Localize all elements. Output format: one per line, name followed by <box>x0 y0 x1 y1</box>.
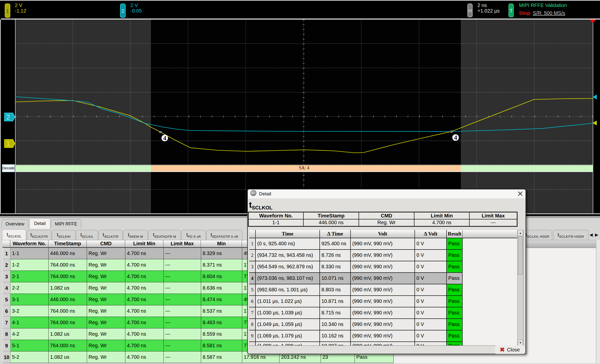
svg-text:SA: 4: SA: 4 <box>299 165 309 170</box>
svg-text:4: 4 <box>163 135 166 142</box>
svg-text:2: 2 <box>6 113 10 121</box>
svg-text:4: 4 <box>454 134 457 141</box>
svg-text:1: 1 <box>6 140 10 148</box>
